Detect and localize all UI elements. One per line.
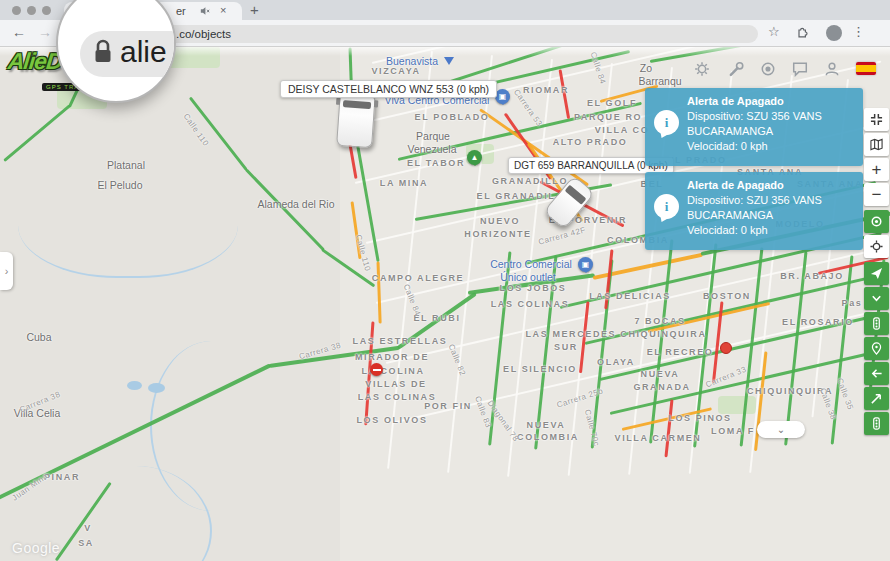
lake [148, 383, 165, 393]
messages-button[interactable] [792, 61, 808, 77]
map-label: EL TABOR [407, 158, 465, 168]
tracking-button[interactable] [760, 61, 776, 77]
alert-city: BUCARAMANGA [687, 208, 855, 223]
language-flag-spain[interactable] [856, 62, 876, 75]
url-text[interactable]: .co/objects [176, 28, 231, 40]
navigation-arrow-icon [870, 267, 883, 280]
routes-button[interactable] [864, 362, 889, 385]
vehicle-marker-van[interactable] [336, 92, 374, 146]
left-panel-handle[interactable]: › [0, 252, 13, 290]
target-icon [870, 215, 883, 228]
follow-button[interactable] [864, 262, 889, 285]
gears-icon [694, 61, 710, 77]
filter-button[interactable] [864, 287, 889, 310]
account-button[interactable] [824, 61, 840, 77]
cursor-tool-button[interactable] [864, 387, 889, 410]
map-icon [870, 138, 883, 151]
map-label: Barranqu [638, 75, 681, 87]
zoom-out-button[interactable]: − [864, 183, 889, 206]
map-label: NUEVO [480, 216, 520, 226]
new-tab-button[interactable]: + [250, 1, 259, 18]
map-label: Buenavista [386, 55, 438, 67]
forward-button[interactable]: → [38, 24, 52, 40]
window-close-dot[interactable] [12, 6, 21, 15]
bookmark-star-icon[interactable]: ☆ [768, 24, 780, 39]
alert-popup[interactable]: i Alerta de Apagado Dispositivo: SZU 356… [645, 88, 863, 166]
screen: { "browser": { "tab_title": "er", "new_t… [0, 0, 890, 561]
map-collapse-chevron[interactable]: ⌄ [757, 421, 805, 438]
map-label: RIOMAR [523, 85, 569, 95]
compress-icon [870, 113, 883, 126]
wrench-icon [728, 61, 744, 77]
tools-button[interactable] [728, 61, 744, 77]
target-icon [760, 61, 776, 77]
map-label: LAS MERCEDES CHIQUINQUIRA [525, 329, 706, 339]
poi-button[interactable] [864, 337, 889, 360]
map-label: COLOMBIA [517, 432, 579, 442]
geofence-button[interactable] [864, 210, 889, 233]
profile-avatar[interactable] [826, 25, 842, 41]
info-icon: i [654, 194, 679, 219]
traffic-button[interactable] [864, 312, 889, 335]
chat-icon [792, 61, 808, 77]
window-minimize-dot[interactable] [27, 6, 36, 15]
map-label: LAS DELICIAS [589, 291, 671, 301]
map-label: LOS PINOS [668, 413, 731, 423]
back-button[interactable]: ← [12, 24, 26, 40]
alert-title: Alerta de Apagado [687, 179, 855, 191]
menu-kebab-icon[interactable]: ⋮ [852, 24, 865, 39]
fit-map-button[interactable] [864, 235, 889, 258]
alert-title: Alerta de Apagado [687, 95, 855, 107]
map-label: NUEVA [641, 369, 680, 379]
mall-pin[interactable]: ▣ [578, 257, 593, 272]
alert-city: BUCARAMANGA [687, 124, 855, 139]
alert-popup[interactable]: i Alerta de Apagado Dispositivo: SZU 356… [645, 172, 863, 250]
extensions-puzzle-icon[interactable] [796, 24, 810, 38]
map-label: VIZCAYA [371, 66, 420, 76]
map-layers-button[interactable] [864, 133, 889, 156]
map-label: VILLA CO [595, 125, 649, 135]
map-label: POR FIN [424, 401, 472, 411]
tab-close-button[interactable]: × [220, 4, 226, 16]
map-label: PINAR [44, 472, 80, 482]
map-label: LAS COLINAS [491, 299, 570, 309]
collapse-panel-button[interactable] [864, 108, 889, 131]
alert-speed: Velocidad: 0 kph [687, 139, 855, 154]
map-label: SUR [554, 342, 578, 352]
lock-icon [92, 38, 114, 66]
map-label: EL SILENCIO [503, 364, 577, 374]
chevron-down-icon [870, 292, 883, 305]
arrow-left-icon [870, 367, 883, 380]
map-label: LOMA F [711, 426, 755, 436]
mall-pin[interactable]: ▣ [495, 89, 510, 104]
park-pin[interactable]: ▲ [467, 150, 482, 165]
buenavista-pin [444, 57, 454, 70]
map-label: Parque [416, 130, 450, 142]
user-icon [824, 61, 840, 77]
map-label: EL POBLADO [415, 112, 490, 122]
park-area [718, 396, 756, 414]
location-pin-icon [870, 342, 883, 355]
map-label: Platanal [107, 159, 145, 171]
zoom-in-button[interactable]: + [864, 158, 889, 181]
crosshair-icon [870, 240, 883, 253]
vehicle-label[interactable]: DEISY CASTELBLANCO WNZ 553 (0 kph) [280, 80, 497, 98]
map-label: Cuba [26, 331, 51, 343]
street-signals-button[interactable] [864, 412, 889, 435]
map-label: VILLAS DE [365, 379, 426, 389]
settings-button[interactable] [694, 61, 710, 77]
road-segment [3, 104, 71, 162]
map-label: EL ROSARIO [782, 317, 854, 327]
map-label: V [84, 523, 92, 533]
incident-marker [720, 342, 732, 354]
map-label: SA [78, 538, 94, 548]
map-label: GRANADILLO [492, 176, 568, 186]
map-label: Centro Comercial [490, 258, 572, 270]
tab-audio-icon[interactable] [200, 6, 210, 16]
map-label: Pas [842, 298, 863, 308]
map-label: OLAYA [597, 357, 635, 367]
road-closed-icon [370, 363, 383, 376]
map-label: Zo [640, 62, 652, 74]
map-label: MIRADOR DE [355, 352, 429, 362]
window-zoom-dot[interactable] [42, 6, 51, 15]
